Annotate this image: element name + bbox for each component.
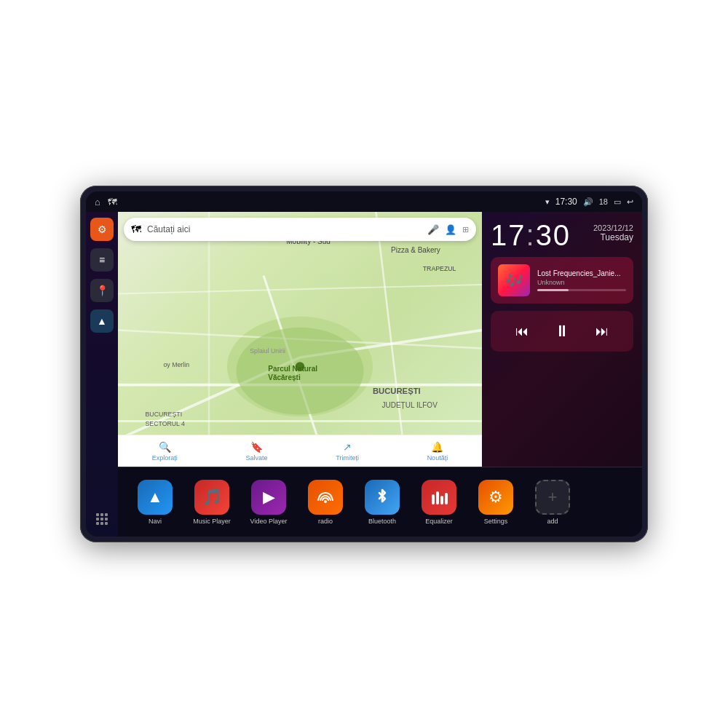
app-add[interactable]: + add	[527, 480, 578, 525]
volume-icon: 🔊	[583, 197, 593, 207]
pause-button[interactable]: ⏸	[549, 318, 575, 344]
battery-level: 18	[599, 197, 608, 206]
svg-text:JUDEȚUL ILFOV: JUDEȚUL ILFOV	[382, 401, 438, 409]
svg-rect-33	[445, 493, 448, 505]
battery-icon: ▭	[614, 197, 621, 207]
map-roads-svg: ▲ AXIS Premium Mobility - Sud Pizza & Ba…	[118, 212, 482, 467]
sidebar-apps-btn[interactable]	[90, 507, 114, 531]
map-explore-btn[interactable]: 🔍 Explorați	[152, 441, 178, 462]
settings-label: Settings	[484, 518, 508, 525]
status-right: ▾ 17:30 🔊 18 ▭ ↩	[545, 197, 633, 207]
sidebar-nav-btn[interactable]: ▲	[90, 309, 114, 333]
album-art: 🎶	[498, 264, 530, 296]
status-time: 17:30	[555, 197, 577, 207]
clock-hours: 17	[491, 219, 526, 251]
svg-rect-31	[436, 491, 439, 505]
app-equalizer[interactable]: Equalizer	[414, 480, 464, 525]
clock-minutes: 30	[536, 219, 571, 251]
send-icon: ↗	[343, 441, 352, 453]
svg-text:Văcărești: Văcărești	[268, 373, 301, 381]
explore-icon: 🔍	[159, 441, 171, 453]
add-icon: +	[535, 480, 570, 515]
status-bar: ⌂ 🗺 ▾ 17:30 🔊 18 ▭ ↩	[86, 191, 642, 212]
svg-text:oy Merlin: oy Merlin	[164, 361, 190, 368]
map-news-btn[interactable]: 🔔 Noutăți	[427, 441, 448, 462]
svg-rect-32	[440, 496, 443, 505]
music-player-icon: 🎵	[194, 480, 229, 515]
radio-label: radio	[318, 518, 333, 525]
wifi-icon: ▾	[545, 197, 550, 207]
sidebar-map-btn[interactable]: 📍	[90, 279, 114, 302]
svg-text:SECTORUL 4: SECTORUL 4	[146, 420, 186, 427]
map-saved-btn[interactable]: 🔖 Salvate	[246, 441, 268, 462]
track-name: Lost Frequencies_Janie...	[537, 269, 626, 277]
video-player-label: Video Player	[250, 518, 288, 525]
music-controls: ⏮ ⏸ ⏭	[491, 311, 633, 352]
radio-waves-svg	[315, 487, 336, 507]
news-label: Noutăți	[427, 454, 448, 462]
prev-icon: ⏮	[515, 324, 529, 339]
date-year: 2023/12/12	[593, 223, 633, 232]
app-bluetooth[interactable]: Bluetooth	[357, 480, 408, 525]
track-info: Lost Frequencies_Janie... Unknown	[537, 269, 626, 291]
home-icon[interactable]: ⌂	[95, 197, 100, 207]
layers-icon[interactable]: ⊞	[462, 225, 469, 234]
svg-text:BUCUREȘTI: BUCUREȘTI	[146, 411, 183, 418]
svg-text:Parcul Natural: Parcul Natural	[268, 365, 317, 373]
map-send-btn[interactable]: ↗ Trimiteți	[336, 441, 359, 462]
app-video-player[interactable]: ▶ Video Player	[243, 480, 294, 525]
next-icon: ⏭	[596, 324, 609, 339]
app-radio[interactable]: radio	[300, 480, 351, 525]
svg-text:BUCUREȘTI: BUCUREȘTI	[373, 387, 421, 395]
clock-time: 17:30	[491, 221, 571, 250]
date-section: 2023/12/12 Tuesday	[593, 223, 633, 242]
map-status-icon[interactable]: 🗺	[108, 197, 117, 207]
svg-text:TRAPEZUL: TRAPEZUL	[423, 265, 456, 272]
map-icon: 📍	[96, 285, 108, 296]
app-settings[interactable]: ⚙ Settings	[470, 480, 521, 525]
account-icon[interactable]: 👤	[445, 224, 456, 235]
date-day: Tuesday	[593, 232, 633, 242]
prev-button[interactable]: ⏮	[509, 318, 535, 344]
track-artist: Unknown	[537, 279, 626, 286]
eq-svg	[429, 487, 449, 507]
saved-label: Salvate	[246, 454, 268, 462]
nav-arrow-icon: ▲	[97, 315, 107, 327]
sidebar: ⚙ ≡ 📍 ▲	[86, 212, 118, 537]
center-content: ▲ AXIS Premium Mobility - Sud Pizza & Ba…	[118, 212, 642, 537]
now-playing: 🎶 Lost Frequencies_Janie... Unknown	[491, 257, 633, 304]
map-panel[interactable]: ▲ AXIS Premium Mobility - Sud Pizza & Ba…	[118, 212, 482, 467]
radio-icon	[308, 480, 343, 515]
svg-point-29	[324, 500, 327, 503]
map-bottom-bar: 🔍 Explorați 🔖 Salvate ↗ Trimiteți	[118, 435, 482, 467]
settings-icon: ⚙	[98, 223, 107, 235]
saved-icon: 🔖	[250, 441, 263, 453]
map-search-bar[interactable]: 🗺 Căutați aici 🎤 👤 ⊞	[124, 218, 476, 241]
news-icon: 🔔	[431, 441, 443, 453]
app-drawer: ▲ Navi 🎵 Music Player ▶	[118, 467, 642, 537]
equalizer-icon	[422, 480, 456, 515]
send-label: Trimiteți	[336, 454, 359, 462]
back-icon[interactable]: ↩	[627, 197, 633, 207]
mic-icon[interactable]: 🎤	[427, 224, 439, 235]
screen: ⌂ 🗺 ▾ 17:30 🔊 18 ▭ ↩ ⚙ ≡	[86, 191, 642, 537]
svg-text:Splaiul Unirii: Splaiul Unirii	[250, 347, 285, 355]
navi-label: Navi	[149, 518, 162, 525]
navi-icon: ▲	[138, 480, 173, 515]
sidebar-settings-btn[interactable]: ⚙	[90, 218, 114, 241]
car-head-unit: ⌂ 🗺 ▾ 17:30 🔊 18 ▭ ↩ ⚙ ≡	[80, 186, 648, 542]
status-left: ⌂ 🗺	[95, 197, 117, 207]
main-area: ⚙ ≡ 📍 ▲	[86, 212, 642, 537]
svg-line-9	[118, 285, 482, 294]
apps-grid-icon	[96, 513, 108, 525]
sidebar-files-btn[interactable]: ≡	[90, 248, 114, 272]
datetime-section: 17:30 2023/12/12 Tuesday	[491, 221, 633, 250]
music-player-label: Music Player	[193, 518, 231, 525]
app-navi[interactable]: ▲ Navi	[130, 480, 181, 525]
app-music-player[interactable]: 🎵 Music Player	[186, 480, 237, 525]
clock-colon: :	[526, 219, 536, 251]
music-panel: 17:30 2023/12/12 Tuesday 🎶 Lost Frequ	[482, 212, 642, 467]
bluetooth-svg	[372, 487, 392, 507]
equalizer-label: Equalizer	[425, 518, 453, 525]
next-button[interactable]: ⏭	[589, 318, 615, 344]
